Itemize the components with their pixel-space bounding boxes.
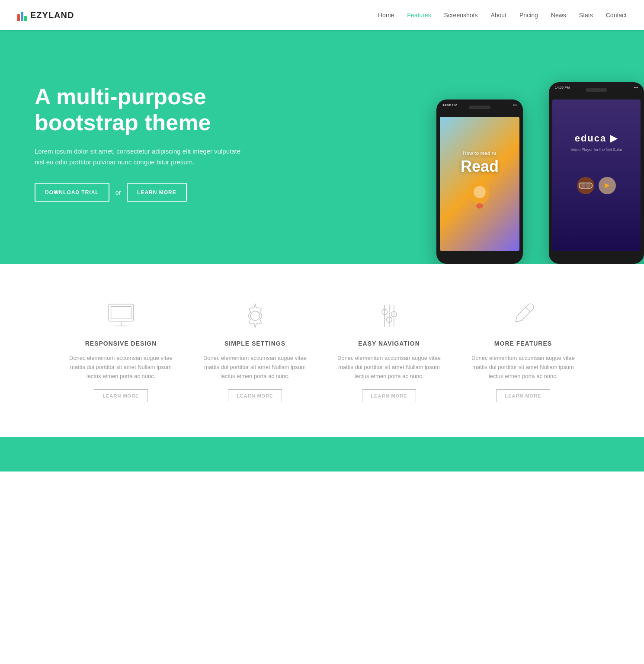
nav-link-stats[interactable]: Stats bbox=[579, 12, 593, 19]
svg-point-2 bbox=[476, 203, 483, 209]
brand-bar-1 bbox=[17, 14, 20, 21]
settings-icon bbox=[240, 300, 271, 331]
educa-logo: educa ▶ bbox=[575, 133, 618, 144]
hero-title: A multi-purpose bootstrap theme bbox=[35, 84, 242, 136]
educa-tagline: Video Player for the Net Safar bbox=[566, 148, 626, 152]
educa-illustration-svg bbox=[570, 164, 622, 216]
phone-statusbar-left: 14:06 PM ▪▪▪ bbox=[436, 103, 523, 107]
feature-icon-settings bbox=[238, 298, 272, 333]
hero-images: 14:06 PM ▪▪▪ How to read ru Read bbox=[290, 30, 644, 264]
hero-content: A multi-purpose bootstrap theme Lorem ip… bbox=[35, 84, 242, 236]
nav-item-contact[interactable]: Contact bbox=[606, 11, 627, 19]
feature-link-more[interactable]: LEARN MORE bbox=[496, 389, 551, 402]
learn-more-button[interactable]: LEARN MORE bbox=[127, 183, 187, 202]
phone-right: 14:06 PM ▪▪▪ educa ▶ Video Player for th… bbox=[549, 82, 644, 264]
feature-card-settings: SIMPLE SETTINGS Donec elementum accumsan… bbox=[197, 298, 314, 402]
svg-point-1 bbox=[474, 186, 486, 198]
svg-line-20 bbox=[516, 321, 522, 322]
navbar: EZYLAND Home Features Screenshots About … bbox=[0, 0, 644, 30]
svg-point-6 bbox=[586, 183, 591, 188]
read-label: Read bbox=[461, 157, 499, 176]
phone-screen-left: How to read ru Read bbox=[440, 117, 519, 251]
hero-section: A multi-purpose bootstrap theme Lorem ip… bbox=[0, 30, 644, 264]
nav-link-home[interactable]: Home bbox=[378, 12, 394, 19]
nav-item-home[interactable]: Home bbox=[378, 11, 394, 19]
nav-item-about[interactable]: About bbox=[490, 11, 506, 19]
sliders-icon bbox=[374, 300, 405, 331]
feature-title-navigation: EASY NAVIGATION bbox=[358, 340, 420, 347]
phone-statusbar-right: 14:06 PM ▪▪▪ bbox=[549, 86, 644, 90]
download-trial-button[interactable]: DOWNLOAD TRIAL bbox=[35, 183, 109, 202]
feature-link-navigation[interactable]: LEARN MORE bbox=[362, 389, 417, 402]
nav-link-features[interactable]: Features bbox=[407, 12, 431, 19]
phone-left: 14:06 PM ▪▪▪ How to read ru Read bbox=[436, 99, 523, 264]
nav-link-about[interactable]: About bbox=[490, 12, 506, 19]
nav-item-news[interactable]: News bbox=[551, 11, 566, 19]
feature-card-navigation: EASY NAVIGATION Donec elementum accumsan… bbox=[331, 298, 448, 402]
nav-link-news[interactable]: News bbox=[551, 12, 566, 19]
feature-link-responsive[interactable]: LEARN MORE bbox=[94, 389, 148, 402]
hero-buttons: DOWNLOAD TRIAL or LEARN MORE bbox=[35, 183, 242, 202]
nav-link-screenshots[interactable]: Screenshots bbox=[444, 12, 478, 19]
svg-point-13 bbox=[250, 311, 260, 321]
brand-name: EZYLAND bbox=[30, 10, 74, 20]
phone-wrapper: 14:06 PM ▪▪▪ How to read ru Read bbox=[436, 56, 644, 264]
svg-point-5 bbox=[580, 183, 586, 188]
feature-icon-sliders bbox=[372, 298, 407, 333]
brand-bar-2 bbox=[21, 12, 23, 21]
svg-line-21 bbox=[525, 307, 530, 312]
read-app-content: How to read ru Read bbox=[440, 117, 519, 251]
brand-bar-3 bbox=[24, 16, 27, 21]
read-illustration-svg bbox=[462, 180, 497, 215]
feature-title-settings: SIMPLE SETTINGS bbox=[224, 340, 285, 347]
features-section: RESPONSIVE DESIGN Donec elementum accums… bbox=[0, 264, 644, 437]
read-illustration bbox=[462, 180, 497, 218]
phone-time-left: 14:06 PM bbox=[442, 103, 457, 107]
educa-characters bbox=[570, 164, 622, 218]
nav-item-stats[interactable]: Stats bbox=[579, 11, 593, 19]
monitor-icon bbox=[106, 300, 137, 331]
phone-signal-right: ▪▪▪ bbox=[634, 86, 638, 90]
feature-icon-edit bbox=[506, 298, 541, 333]
phone-time-right: 14:06 PM bbox=[555, 86, 570, 90]
phone-screen-right: educa ▶ Video Player for the Net Safar bbox=[552, 99, 641, 251]
feature-desc-responsive: Donec elementum accumsan augue vitae mat… bbox=[63, 354, 179, 381]
edit-icon bbox=[508, 300, 539, 331]
feature-icon-monitor bbox=[104, 298, 138, 333]
nav-item-pricing[interactable]: Pricing bbox=[519, 11, 538, 19]
nav-item-screenshots[interactable]: Screenshots bbox=[444, 11, 478, 19]
brand-icon bbox=[17, 9, 27, 21]
features-grid: RESPONSIVE DESIGN Donec elementum accums… bbox=[63, 298, 582, 402]
feature-title-more: MORE FEATURES bbox=[494, 340, 552, 347]
nav-link-contact[interactable]: Contact bbox=[606, 12, 627, 19]
feature-desc-settings: Donec elementum accumsan augue vitae mat… bbox=[197, 354, 314, 381]
feature-desc-navigation: Donec elementum accumsan augue vitae mat… bbox=[331, 354, 448, 381]
brand-logo[interactable]: EZYLAND bbox=[17, 9, 74, 21]
nav-links: Home Features Screenshots About Pricing … bbox=[378, 11, 627, 19]
feature-card-more: MORE FEATURES Donec elementum accumsan a… bbox=[465, 298, 582, 402]
feature-desc-more: Donec elementum accumsan augue vitae mat… bbox=[465, 354, 582, 381]
hero-or-text: or bbox=[115, 189, 121, 196]
hero-description: Lorem ipsum dolor sit amet, consectetur … bbox=[35, 146, 242, 168]
footer-band bbox=[0, 437, 644, 472]
educa-app-content: educa ▶ Video Player for the Net Safar bbox=[552, 99, 641, 251]
phone-signal-left: ▪▪▪ bbox=[513, 103, 517, 107]
feature-card-responsive: RESPONSIVE DESIGN Donec elementum accums… bbox=[63, 298, 179, 402]
feature-link-settings[interactable]: LEARN MORE bbox=[228, 389, 282, 402]
read-subtitle: How to read ru bbox=[463, 151, 496, 156]
nav-link-pricing[interactable]: Pricing bbox=[519, 12, 538, 19]
feature-title-responsive: RESPONSIVE DESIGN bbox=[85, 340, 157, 347]
svg-rect-12 bbox=[111, 306, 131, 319]
nav-item-features[interactable]: Features bbox=[407, 11, 431, 19]
